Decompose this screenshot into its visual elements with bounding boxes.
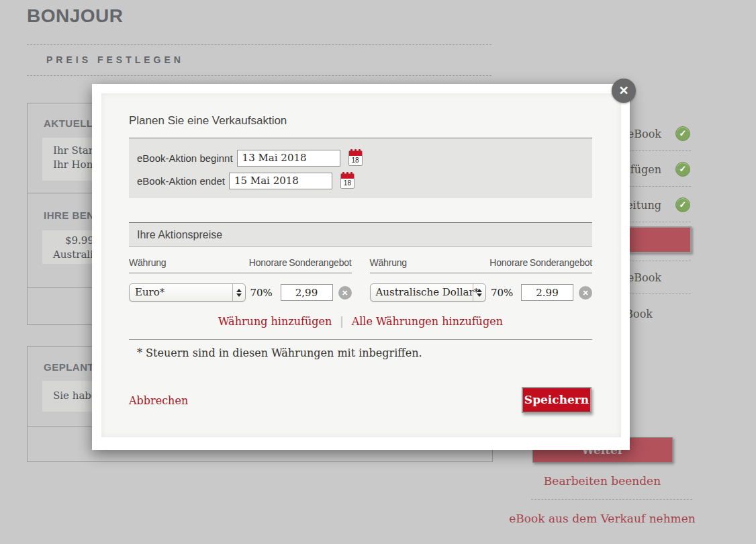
close-icon[interactable]: ✕ [612, 79, 636, 103]
currency-select[interactable]: Euro* [129, 283, 246, 302]
currency-select[interactable]: Australische Dollar* [370, 283, 487, 302]
calendar-pins [350, 149, 361, 152]
royalty-header: Honorare [489, 257, 528, 268]
currency-table: Währung Honorare Sonderangebot Euro* 70%… [129, 257, 592, 302]
currency-header: Währung [129, 257, 249, 268]
modal-divider [129, 339, 592, 340]
check-icon: ✓ [675, 197, 690, 212]
section-title: PREIS FESTLEGEN [46, 54, 184, 65]
calendar-pins [342, 172, 352, 175]
dotted-divider [27, 44, 491, 45]
tax-footnote: * Steuern sind in diesen Währungen mit i… [137, 347, 422, 359]
sidebar-step-ebook: eBook ✓ [628, 126, 690, 141]
promo-dates-section: eBook-Aktion beginnt 18 eBook-Aktion end… [129, 138, 592, 198]
check-icon: ✓ [675, 126, 690, 141]
currency-column: Währung Honorare Sonderangebot Australis… [370, 257, 593, 302]
select-stepper-icon [473, 284, 485, 301]
save-button[interactable]: Speichern [522, 387, 592, 413]
promo-modal: ✕ Planen Sie eine Verkaufsaktion eBook-A… [92, 84, 630, 450]
currency-column: Währung Honorare Sonderangebot Euro* 70%… [129, 257, 352, 302]
add-all-currencies-link[interactable]: Alle Währungen hinzufügen [352, 315, 503, 328]
special-offer-header: Sonderangebot [528, 257, 592, 268]
dotted-divider [27, 75, 491, 76]
remove-currency-icon[interactable]: ✕ [338, 286, 352, 300]
sidebar-step-processing: eitung ✓ [626, 197, 690, 212]
add-currency-link[interactable]: Währung hinzufügen [218, 315, 332, 328]
begin-date-label: eBook-Aktion beginnt [137, 152, 233, 164]
remove-currency-icon[interactable]: ✕ [579, 286, 592, 300]
special-price-input[interactable] [521, 284, 573, 301]
modal-title: Planen Sie eine Verkaufsaktion [129, 114, 287, 128]
select-stepper-icon [232, 284, 245, 301]
check-icon: ✓ [675, 162, 690, 177]
end-date-label: eBook-Aktion endet [137, 175, 225, 187]
promo-prices-heading: Ihre Aktionspreise [129, 222, 592, 247]
currency-row: Euro* 70% ✕ [129, 283, 352, 302]
royalty-header: Honorare [249, 257, 287, 268]
calendar-day: 18 [341, 178, 354, 188]
calendar-icon[interactable]: 18 [348, 150, 363, 166]
calendar-icon[interactable]: 18 [340, 173, 355, 189]
promo-begin-row: eBook-Aktion beginnt 18 [137, 149, 363, 167]
selected-currency: Australische Dollar* [376, 286, 479, 298]
currency-column-headers: Währung Honorare Sonderangebot [129, 257, 352, 273]
begin-date-input[interactable] [237, 150, 340, 167]
add-currency-links: Währung hinzufügen | Alle Währungen hinz… [129, 315, 592, 328]
special-offer-header: Sonderangebot [287, 257, 352, 268]
finish-editing-link[interactable]: Bearbeiten beenden [508, 474, 696, 488]
cancel-link[interactable]: Abbrechen [129, 394, 188, 407]
step-label: eitung [626, 199, 661, 212]
special-price-input[interactable] [281, 284, 333, 301]
royalty-value: 70% [246, 287, 281, 299]
remove-from-sale-link[interactable]: eBook aus dem Verkauf nehmen [508, 512, 696, 525]
page-title: BONJOUR [27, 5, 124, 27]
currency-header: Währung [370, 257, 490, 268]
step-label: eBook [628, 128, 661, 140]
royalty-value: 70% [486, 287, 521, 299]
link-separator: | [340, 315, 343, 328]
promo-end-row: eBook-Aktion endet 18 [137, 172, 355, 189]
dotted-divider [531, 499, 692, 500]
selected-currency: Euro* [135, 286, 164, 298]
end-date-input[interactable] [229, 173, 332, 189]
currency-row: Australische Dollar* 70% ✕ [370, 283, 593, 302]
currency-column-headers: Währung Honorare Sonderangebot [370, 257, 593, 273]
calendar-day: 18 [349, 155, 362, 165]
